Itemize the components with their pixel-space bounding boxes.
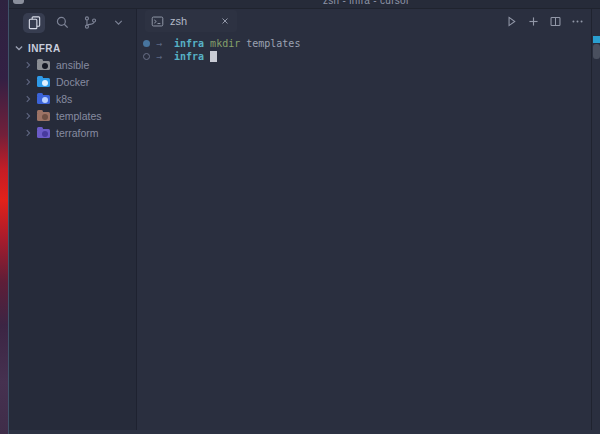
window-bottom-edge [9,430,600,434]
templates-emblem-icon [42,114,48,120]
command-decoration-icon[interactable] [143,40,150,47]
command-args: templates [246,38,300,49]
source-control-button[interactable] [79,13,101,33]
prompt-cwd: infra [174,38,204,49]
chevron-right-icon [23,111,33,121]
terminal-line: → infra [143,50,600,63]
sidebar: INFRA ansible [9,9,137,430]
folder-label: templates [56,110,102,122]
explorer-root-label: INFRA [28,43,61,54]
chevron-right-icon [23,60,33,70]
new-terminal-button[interactable] [527,15,540,28]
chevron-right-icon [23,94,33,104]
folder-label: terraform [56,127,99,139]
prompt-decoration-icon[interactable] [143,53,150,60]
search-button[interactable] [51,13,73,33]
folder-label: ansible [56,59,89,71]
terminal-cursor [210,51,217,62]
kubernetes-emblem-icon [42,97,48,103]
terminal-scrollbar[interactable] [591,9,600,430]
sidebar-item-terraform[interactable]: terraform [9,124,136,141]
titlebar[interactable]: zsh - infra - cursor [9,0,600,9]
close-icon[interactable] [219,15,231,27]
sidebar-item-docker[interactable]: Docker [9,73,136,90]
split-terminal-button[interactable] [549,15,562,28]
app-logo-icon [13,0,24,4]
terminal-line: → infra mkdir templates [143,37,600,50]
terminal-icon [151,15,164,28]
terminal-tab-zsh[interactable]: zsh [145,10,237,32]
chevron-down-icon [14,43,24,53]
folder-icon [37,95,50,104]
terraform-emblem-icon [42,131,48,137]
more-actions-button[interactable] [571,15,584,28]
chevron-right-icon [23,77,33,87]
explorer-root-header[interactable]: INFRA [9,40,136,56]
sidebar-item-k8s[interactable]: k8s [9,90,136,107]
terminal-panel: zsh [137,9,600,430]
sidebar-item-ansible[interactable]: ansible [9,56,136,73]
activity-bar [9,9,136,34]
folder-label: k8s [56,93,72,105]
prompt-cwd: infra [174,51,204,62]
run-button[interactable] [505,15,518,28]
scrollbar-thumb[interactable] [593,44,600,59]
terminal-tab-label: zsh [170,15,187,27]
source-control-icon [83,15,98,30]
docker-emblem-icon [42,80,48,86]
folder-icon [37,78,50,87]
files-icon [27,15,42,30]
window-title: zsh - infra - cursor [323,0,410,6]
terminal-content[interactable]: → infra mkdir templates → infra [137,33,600,63]
folder-icon [37,61,50,70]
chevron-right-icon [23,128,33,138]
folder-icon [37,112,50,121]
search-icon [55,15,70,30]
explorer-files-button[interactable] [23,13,45,33]
folder-label: Docker [56,76,89,88]
command-overview-mark [593,36,600,43]
sidebar-item-templates[interactable]: templates [9,107,136,124]
prompt-arrow: → [156,38,169,49]
terminal-tabbar: zsh [137,9,600,33]
folder-icon [37,129,50,138]
ansible-emblem-icon [42,63,48,69]
command-text: mkdir [210,38,240,49]
prompt-arrow: → [156,51,169,62]
terminal-actions [505,15,592,28]
chevron-down-icon [112,16,125,29]
activity-overflow-button[interactable] [107,13,129,33]
editor-window: zsh - infra - cursor [8,0,600,434]
explorer-tree: INFRA ansible [9,34,136,141]
